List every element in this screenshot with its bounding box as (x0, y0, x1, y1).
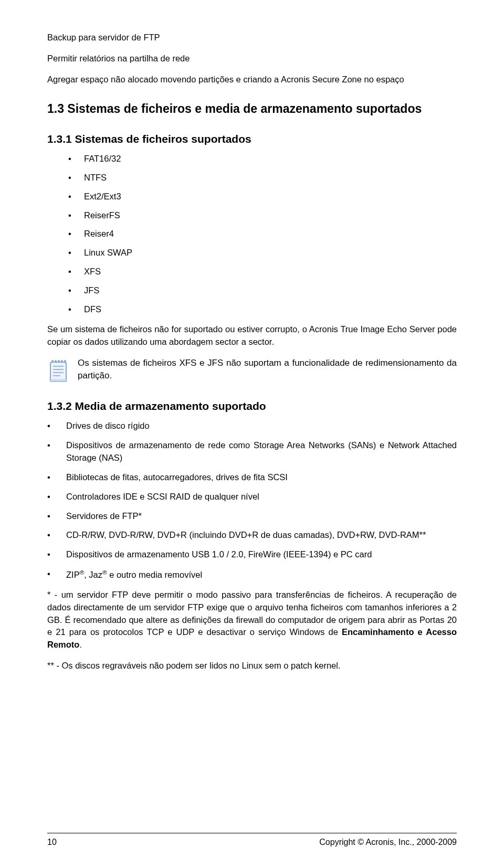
page-number: 10 (47, 838, 57, 847)
footnote-1: * - um servidor FTP deve permitir o modo… (47, 589, 457, 652)
footnote-1-c: . (79, 640, 82, 649)
intro-line-2: Permitir relatórios na partilha de rede (47, 52, 457, 65)
list-item: Reiser4 (47, 228, 457, 240)
media-list: Drives de disco rígido Dispositivos de a… (47, 420, 457, 581)
list-item: Servidores de FTP* (47, 510, 457, 523)
svg-point-5 (64, 360, 66, 362)
footnote-2: ** - Os discos regraváveis não podem ser… (47, 660, 457, 672)
page-content: Backup para servidor de FTP Permitir rel… (0, 0, 504, 672)
list-item: JFS (47, 284, 457, 297)
svg-point-3 (58, 360, 60, 362)
filesystem-list: FAT16/32 NTFS Ext2/Ext3 ReiserFS Reiser4… (47, 153, 457, 316)
list-item: Dispositivos de armazenamento de rede co… (47, 439, 457, 464)
notepad-icon (47, 358, 70, 383)
page-footer: 10 Copyright © Acronis, Inc., 2000-2009 (47, 833, 457, 847)
list-item: FAT16/32 (47, 153, 457, 165)
list-item: CD-R/RW, DVD-R/RW, DVD+R (incluindo DVD+… (47, 529, 457, 542)
list-item: Drives de disco rígido (47, 420, 457, 432)
list-item: DFS (47, 303, 457, 316)
filesystem-after-para: Se um sistema de ficheiros não for supor… (47, 323, 457, 348)
list-item: Linux SWAP (47, 247, 457, 259)
note-text: Os sistemas de ficheiros XFS e JFS não s… (78, 357, 457, 382)
heading-1-3: 1.3 Sistemas de ficheiros e media de arm… (47, 102, 457, 116)
intro-line-1: Backup para servidor de FTP (47, 31, 457, 44)
list-item: ZIP®, Jaz® e outro media removível (47, 568, 457, 581)
heading-1-3-1: 1.3.1 Sistemas de ficheiros suportados (47, 133, 457, 145)
list-item: Dispositivos de armazenamento USB 1.0 / … (47, 548, 457, 561)
list-item: NTFS (47, 172, 457, 184)
note-callout: Os sistemas de ficheiros XFS e JFS não s… (47, 357, 457, 383)
list-item: Ext2/Ext3 (47, 190, 457, 203)
intro-line-3: Agregar espaço não alocado movendo parti… (47, 73, 457, 86)
svg-point-2 (55, 360, 57, 362)
list-item-text: ZIP®, Jaz® e outro media removível (66, 570, 202, 579)
list-item: Controladores IDE e SCSI RAID de qualque… (47, 491, 457, 503)
list-item: ReiserFS (47, 209, 457, 222)
svg-point-1 (51, 360, 54, 362)
list-item: XFS (47, 266, 457, 278)
svg-rect-0 (50, 362, 66, 381)
svg-point-4 (61, 360, 63, 362)
list-item: Bibliotecas de fitas, autocarregadores, … (47, 471, 457, 484)
heading-1-3-2: 1.3.2 Media de armazenamento suportado (47, 400, 457, 412)
copyright-text: Copyright © Acronis, Inc., 2000-2009 (319, 838, 457, 847)
